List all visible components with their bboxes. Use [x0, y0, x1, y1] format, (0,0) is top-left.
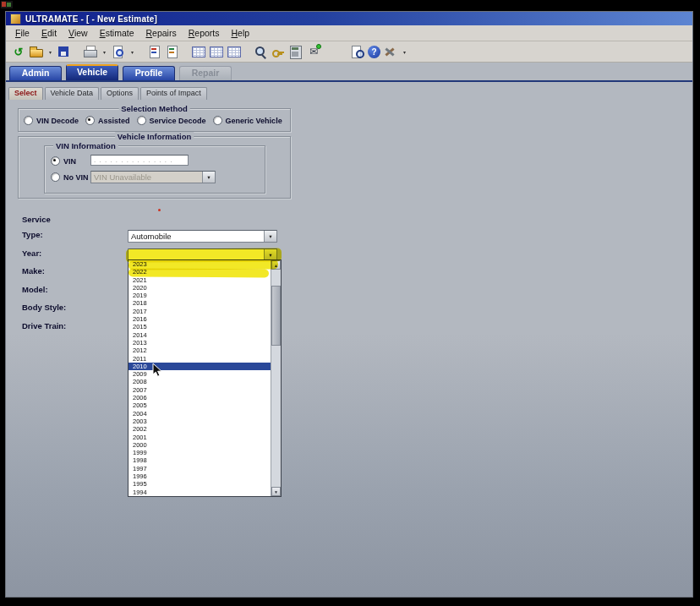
separator	[324, 45, 347, 59]
copy-document-icon[interactable]	[147, 45, 162, 59]
year-option[interactable]: 2009	[129, 370, 271, 378]
search-icon[interactable]	[253, 45, 268, 59]
year-option[interactable]: 2000	[129, 441, 271, 449]
save-icon[interactable]	[57, 45, 72, 59]
menu-repairs[interactable]: Repairs	[140, 26, 183, 40]
radio-assisted[interactable]: Assisted	[85, 116, 130, 125]
year-option[interactable]: 2016	[129, 315, 271, 323]
radio-no-vin[interactable]: No VIN	[51, 172, 89, 182]
year-option[interactable]: 2019	[129, 292, 271, 299]
app-window: ULTRAMATE - [ - New Estimate] FileEditVi…	[5, 11, 693, 598]
sub-tabs: SelectVehicle DataOptionsPoints of Impac…	[6, 87, 692, 100]
tab-profile[interactable]: Profile	[123, 66, 175, 80]
type-combo[interactable]: Automobile ▼	[128, 230, 277, 243]
print-dropdown-icon[interactable]: ▾	[101, 45, 108, 59]
scrollbar-thumb[interactable]	[271, 286, 281, 346]
radio-icon	[51, 156, 60, 166]
selection-method-group: Selection Method VIN Decode Assisted	[18, 108, 291, 132]
estimate-grid-icon[interactable]	[191, 45, 206, 59]
worksheet-grid-icon[interactable]	[227, 45, 242, 59]
tab-admin[interactable]: Admin	[9, 66, 62, 80]
mouse-cursor	[152, 363, 163, 379]
year-option[interactable]: 2001	[129, 434, 271, 441]
year-dropdown-list: 2023202220212020201920182017201620152014…	[128, 259, 282, 497]
open-icon[interactable]	[29, 45, 44, 59]
tools-dropdown-icon[interactable]: ▾	[401, 45, 408, 59]
video-watermark	[1, 1, 13, 8]
vin-input[interactable]: . . . . . . . . . . . . . . .	[90, 155, 189, 166]
subtab-vehicle-data[interactable]: Vehicle Data	[45, 87, 100, 100]
year-label: Year:	[22, 248, 66, 267]
help-icon[interactable]: ?	[368, 46, 380, 58]
year-option[interactable]: 2004	[129, 410, 271, 418]
radio-vin-decode[interactable]: VIN Decode	[24, 116, 79, 125]
year-option[interactable]: 2020	[129, 284, 271, 292]
year-option[interactable]: 2005	[129, 401, 271, 409]
year-option[interactable]: 2012	[129, 347, 271, 354]
mail-icon[interactable]: ✉	[306, 45, 321, 59]
radio-vin[interactable]: VIN	[51, 156, 76, 166]
preview-dropdown-icon[interactable]: ▾	[129, 45, 136, 59]
year-option[interactable]: 1997	[129, 465, 271, 472]
vehicle-information-group: Vehicle Information VIN Information VIN …	[18, 136, 291, 199]
year-option[interactable]: 2006	[129, 394, 271, 401]
chevron-down-icon[interactable]: ▼	[264, 231, 276, 242]
year-option[interactable]: 2008	[129, 378, 271, 385]
radio-service-decode[interactable]: Service Decode	[137, 116, 206, 125]
service-field-labels: Type:Year:Make:Model:Body Style:Drive Tr…	[22, 230, 66, 340]
calculator-icon[interactable]	[288, 45, 304, 59]
subtab-options[interactable]: Options	[101, 87, 139, 100]
subtab-select[interactable]: Select	[8, 87, 43, 100]
scroll-down-icon[interactable]: ▼	[271, 487, 281, 496]
menu-file[interactable]: File	[9, 26, 36, 40]
year-option[interactable]: 1996	[129, 472, 271, 480]
tab-vehicle[interactable]: Vehicle	[66, 64, 118, 80]
menu-estimate[interactable]: Estimate	[94, 26, 140, 40]
totals-grid-icon[interactable]	[209, 45, 224, 59]
open-dropdown-icon[interactable]: ▾	[46, 45, 54, 59]
year-option[interactable]: 2022	[129, 268, 271, 276]
separator	[244, 45, 250, 59]
vin-information-group: VIN Information VIN . . . . . . . . . . …	[44, 145, 265, 194]
year-option[interactable]: 2003	[129, 418, 271, 425]
year-option[interactable]: 2013	[129, 339, 271, 347]
transfer-document-icon[interactable]	[165, 45, 180, 59]
menu-reports[interactable]: Reports	[183, 26, 226, 40]
print-icon[interactable]	[83, 45, 98, 59]
body-style-label: Body Style:	[22, 303, 66, 321]
watermark-green-block	[7, 3, 11, 7]
year-option[interactable]: 1995	[129, 480, 271, 488]
scroll-up-icon[interactable]: ▲	[271, 260, 281, 270]
year-option[interactable]: 1998	[129, 456, 271, 464]
year-option[interactable]: 2011	[129, 355, 271, 363]
scrollbar[interactable]: ▲ ▼	[271, 260, 281, 496]
year-option[interactable]: 2018	[129, 299, 271, 307]
year-option[interactable]: 2021	[129, 276, 271, 284]
refresh-icon[interactable]: ↺	[11, 45, 26, 59]
year-option[interactable]: 1994	[129, 489, 271, 496]
subtab-points-of-impact[interactable]: Points of Impact	[140, 87, 207, 100]
key-icon[interactable]	[271, 45, 286, 59]
print-preview-icon[interactable]	[111, 45, 126, 59]
find-document-icon[interactable]	[350, 45, 365, 59]
app-icon	[10, 14, 21, 25]
drive-train-label: Drive Train:	[22, 321, 66, 340]
year-option[interactable]: 2014	[129, 331, 271, 339]
menu-help[interactable]: Help	[225, 26, 255, 40]
menu-edit[interactable]: Edit	[36, 26, 63, 40]
year-option[interactable]: 2010	[129, 363, 271, 370]
year-option[interactable]: 2015	[129, 323, 271, 330]
vin-information-legend: VIN Information	[53, 141, 118, 150]
tools-icon[interactable]	[383, 45, 398, 59]
service-section-label: Service	[22, 215, 51, 224]
radio-generic-vehicle[interactable]: Generic Vehicle	[213, 116, 282, 125]
menu-view[interactable]: View	[63, 26, 94, 40]
year-option[interactable]: 2017	[129, 308, 271, 315]
year-option[interactable]: 1999	[129, 449, 271, 456]
year-option[interactable]: 2007	[129, 386, 271, 394]
type-label: Type:	[22, 230, 66, 248]
year-option[interactable]: 2002	[129, 425, 271, 433]
year-option[interactable]: 2023	[129, 260, 271, 268]
toolbar: ↺▾▾▾✉?▾	[6, 41, 692, 63]
tab-repair[interactable]: Repair	[179, 66, 232, 80]
